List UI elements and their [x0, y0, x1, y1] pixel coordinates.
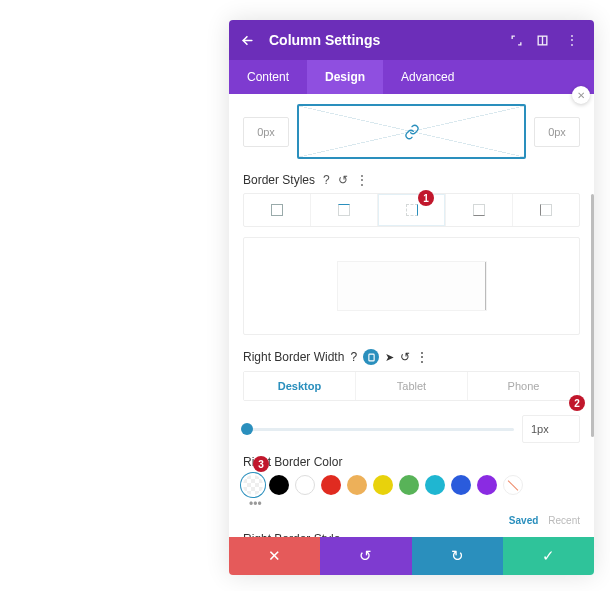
- reset-icon[interactable]: ↺: [400, 350, 410, 364]
- preview-box: [338, 262, 486, 310]
- cancel-button[interactable]: ✕: [229, 537, 320, 575]
- swatch-red[interactable]: [321, 475, 341, 495]
- swatch-yellow[interactable]: [373, 475, 393, 495]
- padding-left-input[interactable]: 0px: [243, 117, 289, 147]
- more-swatches[interactable]: •••: [249, 497, 580, 511]
- panel-title: Column Settings: [269, 32, 504, 48]
- responsive-icon[interactable]: [363, 349, 379, 365]
- border-preview: [243, 237, 580, 335]
- kebab-icon[interactable]: ⋮: [562, 33, 582, 47]
- colors-saved-tab[interactable]: Saved: [509, 515, 538, 526]
- redo-button[interactable]: ↻: [412, 537, 503, 575]
- border-all[interactable]: [244, 194, 310, 226]
- swatch-purple[interactable]: [477, 475, 497, 495]
- help-icon[interactable]: ?: [350, 350, 357, 364]
- swatch-orange[interactable]: [347, 475, 367, 495]
- border-right[interactable]: [377, 194, 444, 226]
- device-phone[interactable]: Phone: [467, 372, 579, 400]
- kebab-icon[interactable]: ⋮: [356, 173, 368, 187]
- slider-thumb[interactable]: [241, 423, 253, 435]
- back-button[interactable]: [241, 34, 261, 47]
- tab-design[interactable]: Design: [307, 60, 383, 94]
- svg-rect-3: [368, 354, 373, 361]
- swatch-green[interactable]: [399, 475, 419, 495]
- colors-recent-tab[interactable]: Recent: [548, 515, 580, 526]
- undo-button[interactable]: ↺: [320, 537, 411, 575]
- swatch-teal[interactable]: [425, 475, 445, 495]
- width-value[interactable]: 1px: [522, 415, 580, 443]
- width-slider[interactable]: [243, 428, 514, 431]
- scrollbar[interactable]: [591, 194, 594, 437]
- layout-icon[interactable]: [536, 34, 556, 47]
- padding-right-input[interactable]: 0px: [534, 117, 580, 147]
- swatch-transparent[interactable]: [243, 475, 263, 495]
- annotation-badge-2: 2: [569, 395, 585, 411]
- swatch-none[interactable]: [503, 475, 523, 495]
- reset-icon[interactable]: ↺: [338, 173, 348, 187]
- border-bottom[interactable]: [445, 194, 512, 226]
- confirm-button[interactable]: ✓: [503, 537, 594, 575]
- expand-icon[interactable]: [510, 34, 530, 47]
- swatch-white[interactable]: [295, 475, 315, 495]
- border-styles-label: Border Styles: [243, 173, 315, 187]
- border-top[interactable]: [310, 194, 377, 226]
- right-border-width-label: Right Border Width: [243, 350, 344, 364]
- help-icon[interactable]: ?: [323, 173, 330, 187]
- link-values-box[interactable]: [297, 104, 526, 159]
- annotation-badge-3: 3: [253, 456, 269, 472]
- hover-icon[interactable]: ➤: [385, 351, 394, 364]
- tab-advanced[interactable]: Advanced: [383, 60, 472, 94]
- border-left[interactable]: [512, 194, 579, 226]
- device-tablet[interactable]: Tablet: [355, 372, 467, 400]
- kebab-icon[interactable]: ⋮: [416, 350, 428, 364]
- annotation-badge-1: 1: [418, 190, 434, 206]
- device-desktop[interactable]: Desktop: [244, 372, 355, 400]
- border-style-tabs: [243, 193, 580, 227]
- tab-content[interactable]: Content: [229, 60, 307, 94]
- swatch-blue[interactable]: [451, 475, 471, 495]
- swatch-black[interactable]: [269, 475, 289, 495]
